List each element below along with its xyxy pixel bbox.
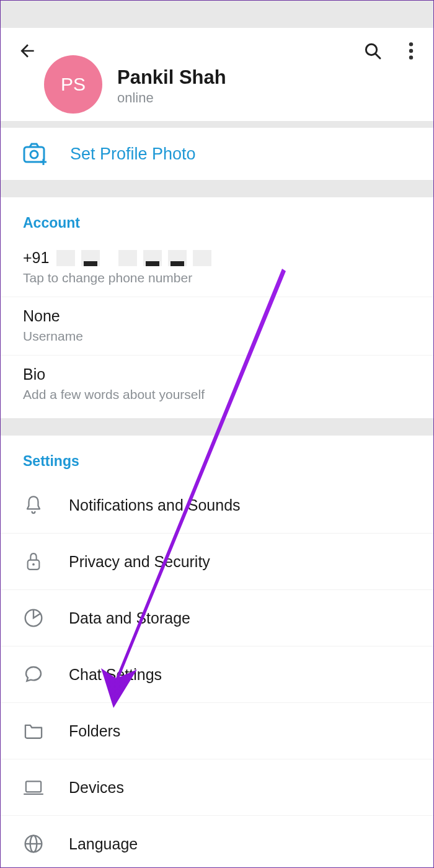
folder-icon bbox=[23, 720, 44, 741]
settings-row-label: Language bbox=[69, 835, 138, 853]
bell-icon bbox=[23, 494, 44, 516]
globe-icon bbox=[23, 833, 44, 854]
svg-point-4 bbox=[409, 55, 413, 59]
svg-line-1 bbox=[376, 54, 380, 58]
more-menu-button[interactable] bbox=[409, 41, 414, 61]
phone-field[interactable]: +91 Tap to change phone number bbox=[1, 239, 433, 297]
account-section: Account +91 Tap to change phone number N… bbox=[1, 197, 433, 418]
settings-row-label: Folders bbox=[69, 722, 120, 740]
settings-row-privacy[interactable]: Privacy and Security bbox=[1, 534, 433, 590]
settings-section: Settings Notifications and Sounds Privac… bbox=[1, 436, 433, 868]
back-button[interactable] bbox=[17, 40, 38, 61]
bio-field[interactable]: Bio Add a few words about yourself bbox=[1, 356, 433, 418]
settings-section-title: Settings bbox=[1, 453, 433, 477]
settings-row-folders[interactable]: Folders bbox=[1, 703, 433, 759]
username-field[interactable]: None Username bbox=[1, 297, 433, 356]
search-icon bbox=[363, 41, 383, 61]
account-section-title: Account bbox=[1, 215, 433, 239]
camera-add-icon bbox=[23, 143, 48, 165]
search-button[interactable] bbox=[363, 41, 383, 61]
settings-row-label: Notifications and Sounds bbox=[69, 496, 241, 514]
settings-row-chat[interactable]: Chat Settings bbox=[1, 647, 433, 703]
settings-row-label: Chat Settings bbox=[69, 666, 162, 684]
settings-row-language[interactable]: Language bbox=[1, 816, 433, 868]
svg-rect-12 bbox=[26, 781, 41, 792]
phone-prefix: +91 bbox=[23, 249, 49, 267]
arrow-back-icon bbox=[17, 41, 37, 61]
settings-row-label: Data and Storage bbox=[69, 609, 190, 627]
settings-row-notifications[interactable]: Notifications and Sounds bbox=[1, 477, 433, 534]
svg-point-6 bbox=[30, 151, 38, 158]
profile-header: PS Pankil Shah online bbox=[1, 28, 433, 121]
devices-icon bbox=[23, 777, 44, 798]
pie-chart-icon bbox=[23, 607, 44, 629]
svg-point-2 bbox=[409, 42, 413, 46]
settings-row-devices[interactable]: Devices bbox=[1, 759, 433, 816]
lock-icon bbox=[23, 551, 44, 572]
display-name: Pankil Shah bbox=[117, 66, 226, 89]
chat-icon bbox=[23, 664, 44, 685]
avatar[interactable]: PS bbox=[44, 55, 102, 114]
bio-value: Bio bbox=[23, 365, 411, 383]
username-hint: Username bbox=[23, 329, 411, 344]
more-vertical-icon bbox=[409, 41, 414, 61]
phone-hint: Tap to change phone number bbox=[23, 271, 411, 285]
svg-rect-5 bbox=[24, 147, 44, 162]
online-status: online bbox=[117, 90, 226, 106]
svg-point-3 bbox=[409, 49, 413, 53]
set-profile-photo-row[interactable]: Set Profile Photo bbox=[1, 127, 433, 180]
settings-row-data[interactable]: Data and Storage bbox=[1, 590, 433, 647]
phone-masked bbox=[56, 250, 211, 266]
bio-hint: Add a few words about yourself bbox=[23, 387, 411, 402]
settings-row-label: Privacy and Security bbox=[69, 553, 210, 571]
settings-row-label: Devices bbox=[69, 779, 124, 797]
set-profile-photo-label: Set Profile Photo bbox=[70, 145, 196, 164]
svg-point-10 bbox=[32, 563, 35, 566]
avatar-initials: PS bbox=[61, 74, 86, 95]
username-value: None bbox=[23, 307, 411, 325]
